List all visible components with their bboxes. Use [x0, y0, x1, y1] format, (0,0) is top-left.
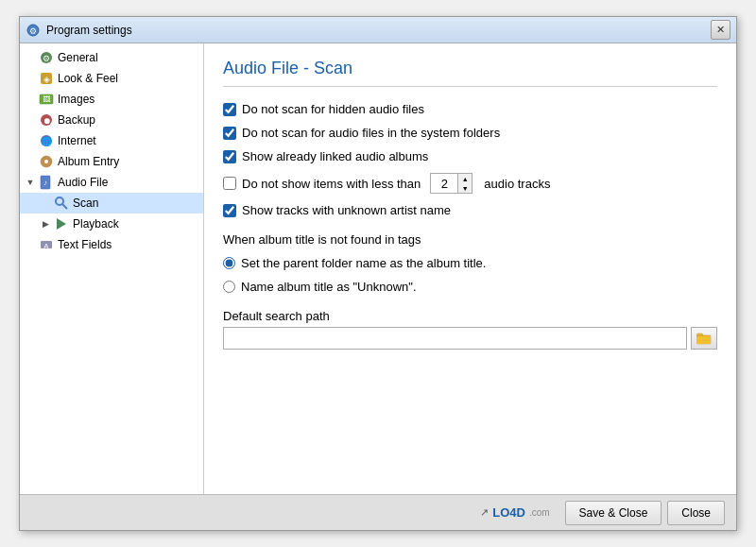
window-icon: ⚙ — [26, 23, 41, 38]
save-close-button[interactable]: Save & Close — [565, 501, 662, 525]
svg-rect-23 — [697, 340, 710, 341]
content-area: ⚙ General ◈ Look & Feel 🖼 Images — [20, 43, 736, 494]
sidebar-label-images: Images — [58, 93, 94, 106]
spinner-value-input[interactable] — [431, 174, 457, 193]
logo-suffix: .com — [529, 507, 550, 518]
svg-text:♪: ♪ — [43, 179, 47, 187]
sidebar-item-album-entry[interactable]: Album Entry — [20, 151, 203, 172]
svg-line-17 — [62, 204, 67, 209]
radio-parent-folder: Set the parent folder name as the album … — [223, 256, 717, 270]
sidebar-item-images[interactable]: 🖼 Images — [20, 89, 203, 110]
svg-text:⏺: ⏺ — [43, 116, 51, 126]
title-bar: ⚙ Program settings ✕ — [20, 17, 736, 43]
audio-tracks-suffix: audio tracks — [484, 177, 550, 191]
sidebar-label-album-entry: Album Entry — [58, 155, 119, 168]
logo-area: ↗ LO4D .com — [480, 505, 549, 520]
svg-text:◈: ◈ — [43, 75, 50, 84]
internet-icon: 🌐 — [39, 133, 54, 148]
images-icon: 🖼 — [39, 92, 54, 107]
svg-text:⚙: ⚙ — [43, 54, 50, 63]
sidebar-item-internet[interactable]: 🌐 Internet — [20, 130, 203, 151]
look-feel-icon: ◈ — [39, 71, 54, 86]
close-button[interactable]: Close — [667, 501, 725, 525]
spinner-up-button[interactable]: ▲ — [458, 174, 472, 183]
expand-arrow-playback: ▶ — [41, 219, 50, 229]
audio-file-icon: ♪ — [39, 175, 54, 190]
text-fields-icon: A — [39, 237, 54, 252]
spinner-down-button[interactable]: ▼ — [458, 183, 472, 193]
checkbox-show-linked[interactable] — [223, 150, 236, 163]
spinner-buttons: ▲ ▼ — [457, 174, 472, 193]
section-label: When album title is not found in tags — [223, 232, 717, 247]
radio-parent-folder-input[interactable] — [223, 257, 235, 269]
sidebar-item-playback[interactable]: ▶ Playback — [20, 214, 203, 234]
sidebar-item-scan[interactable]: Scan — [20, 193, 203, 214]
sidebar-item-look-feel[interactable]: ◈ Look & Feel — [20, 68, 203, 89]
sidebar: ⚙ General ◈ Look & Feel 🖼 Images — [20, 43, 204, 494]
option-unknown-artist: Show tracks with unknown artist name — [223, 203, 717, 217]
main-title: Audio File - Scan — [223, 59, 717, 87]
search-path-section: Default search path — [223, 309, 717, 350]
logo-text: LO4D — [492, 505, 525, 520]
sidebar-label-look-feel: Look & Feel — [58, 72, 118, 85]
svg-marker-18 — [57, 218, 66, 230]
sidebar-label-playback: Playback — [73, 217, 119, 231]
sidebar-item-general[interactable]: ⚙ General — [20, 47, 203, 68]
radio-unknown-input[interactable] — [223, 281, 235, 293]
program-settings-window: ⚙ Program settings ✕ ⚙ General ◈ — [19, 16, 737, 531]
svg-text:🌐: 🌐 — [42, 136, 53, 147]
expand-arrow-audio-file: ▼ — [26, 178, 35, 187]
label-show-linked: Show already linked audio albums — [242, 149, 428, 163]
checkbox-no-hidden[interactable] — [223, 103, 236, 116]
scan-icon — [54, 196, 69, 211]
svg-point-13 — [44, 160, 48, 163]
radio-label-unknown: Name album title as "Unknown". — [241, 280, 417, 294]
browse-folder-button[interactable] — [691, 327, 717, 350]
label-no-system: Do not scan for audio files in the syste… — [242, 126, 500, 140]
search-path-row — [223, 327, 717, 350]
bottom-bar: ↗ LO4D .com Save & Close Close — [20, 494, 736, 530]
svg-text:A: A — [43, 242, 49, 250]
playback-icon — [54, 216, 69, 231]
window-title: Program settings — [46, 24, 132, 37]
sidebar-item-audio-file[interactable]: ▼ ♪ Audio File — [20, 172, 203, 193]
checkbox-less-than[interactable] — [223, 177, 236, 190]
sidebar-label-scan: Scan — [73, 197, 98, 210]
sidebar-label-general: General — [58, 51, 98, 64]
backup-icon: ⏺ — [39, 112, 54, 128]
logo-label: ↗ — [480, 506, 489, 519]
general-icon: ⚙ — [39, 50, 54, 65]
svg-point-16 — [56, 197, 63, 205]
radio-label-parent-folder: Set the parent folder name as the album … — [241, 256, 486, 270]
option-show-linked: Show already linked audio albums — [223, 149, 717, 163]
svg-text:🖼: 🖼 — [43, 95, 50, 104]
option-no-hidden: Do not scan for hidden audio files — [223, 102, 717, 116]
label-unknown-artist: Show tracks with unknown artist name — [242, 203, 451, 217]
sidebar-label-backup: Backup — [58, 113, 95, 127]
checkbox-unknown-artist[interactable] — [223, 204, 236, 217]
album-entry-icon — [39, 154, 54, 169]
sidebar-label-text-fields: Text Fields — [58, 238, 112, 251]
option-no-system: Do not scan for audio files in the syste… — [223, 126, 717, 140]
option-less-than: Do not show items with less than ▲ ▼ aud… — [223, 173, 717, 194]
folder-icon — [696, 332, 712, 345]
label-no-hidden: Do not scan for hidden audio files — [242, 102, 424, 116]
search-path-input[interactable] — [223, 327, 687, 350]
radio-unknown: Name album title as "Unknown". — [223, 280, 717, 294]
title-bar-left: ⚙ Program settings — [26, 23, 132, 38]
main-panel: Audio File - Scan Do not scan for hidden… — [204, 43, 736, 494]
window-close-button[interactable]: ✕ — [711, 20, 730, 40]
sidebar-item-backup[interactable]: ⏺ Backup — [20, 110, 203, 130]
label-less-than: Do not show items with less than — [242, 177, 421, 191]
checkbox-no-system[interactable] — [223, 127, 236, 140]
sidebar-label-audio-file: Audio File — [58, 176, 108, 189]
sidebar-label-internet: Internet — [58, 134, 96, 147]
search-path-label: Default search path — [223, 309, 717, 323]
sidebar-item-text-fields[interactable]: A Text Fields — [20, 234, 203, 255]
audio-tracks-spinner: ▲ ▼ — [430, 173, 472, 194]
svg-text:⚙: ⚙ — [29, 26, 37, 36]
